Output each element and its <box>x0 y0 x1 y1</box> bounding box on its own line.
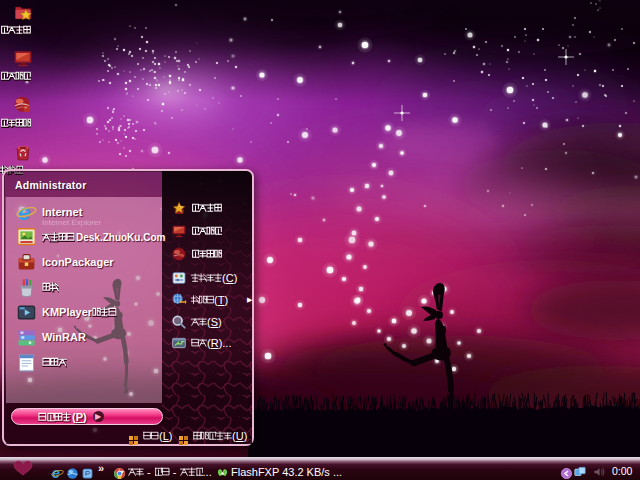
svg-text:e: e <box>52 467 60 480</box>
svg-text:e: e <box>18 202 31 223</box>
